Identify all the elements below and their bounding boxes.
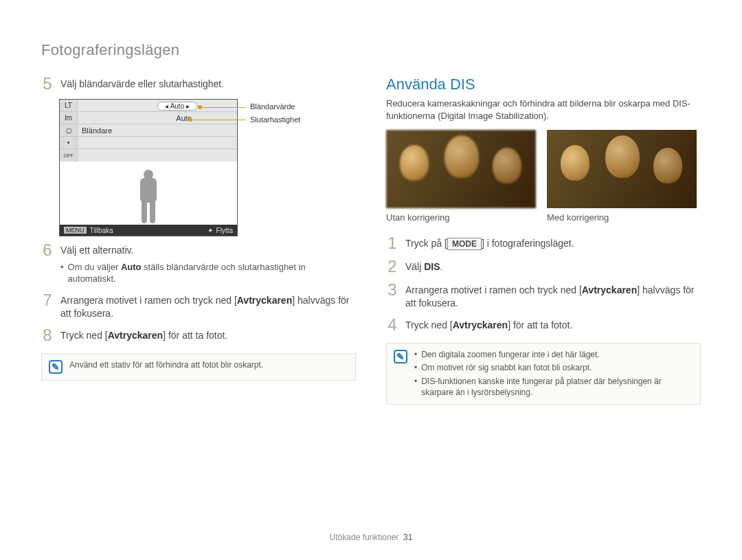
- step-text: Tryck ned [Avtryckaren] för att ta fotot…: [60, 327, 356, 344]
- move-diamond-icon: ✦: [207, 227, 213, 234]
- caption-uncorrected: Utan korrigering: [386, 212, 536, 223]
- pointer-line: [201, 107, 246, 108]
- step-1: 1 Tryck på [MODE] i fotograferingsläget.: [386, 235, 701, 251]
- right-description: Reducera kameraskakningar och förhindra …: [386, 98, 701, 122]
- lcd-shutter-value: Auto: [176, 114, 197, 122]
- tip-box: ✎ •Den digitala zoomen fungerar inte i d…: [386, 343, 701, 405]
- bullet-icon: •: [414, 350, 417, 361]
- silhouette-icon: [135, 170, 162, 225]
- bullet-icon: •: [60, 261, 64, 285]
- step-number: 5: [41, 76, 54, 92]
- step-number: 8: [41, 327, 54, 344]
- lcd-aperture-value: Auto: [170, 102, 185, 110]
- step-subtext: Om du väljer Auto ställs bländarvärde oc…: [68, 261, 356, 285]
- tip-item: DIS-funktionen kanske inte fungerar på p…: [421, 377, 693, 398]
- lcd-mode-icon: LT: [60, 100, 78, 111]
- tip-text: Använd ett stativ för att förhindra att …: [69, 360, 263, 370]
- lcd-spot-icon: •: [60, 137, 78, 148]
- left-column: 5 Välj bländarvärde eller slutarhastighe…: [41, 76, 356, 405]
- step-3: 3 Arrangera motivet i ramen och tryck ne…: [386, 282, 701, 310]
- section-title: Fotograferingslägen: [41, 41, 701, 59]
- lcd-im-icon: Im: [60, 112, 78, 124]
- lcd-aperture-label: Bländare: [78, 126, 237, 135]
- bullet-icon: •: [414, 377, 417, 398]
- lcd-off-icon: OFF: [60, 149, 78, 161]
- step-5: 5 Välj bländarvärde eller slutarhastighe…: [41, 76, 356, 92]
- step-text: Välj bländarvärde eller slutarhastighet.: [60, 76, 356, 92]
- sample-photo-corrected: [547, 130, 697, 208]
- step-text: Arrangera motivet i ramen och tryck ned …: [405, 282, 701, 310]
- right-column: Använda DIS Reducera kameraskakningar oc…: [386, 76, 701, 405]
- step-4: 4 Tryck ned [Avtryckaren] för att ta fot…: [386, 317, 701, 333]
- lcd-move-label: Flytta: [216, 227, 233, 234]
- info-icon: ✎: [394, 350, 407, 363]
- step-text: Arrangera motivet i ramen och tryck ned …: [60, 292, 356, 320]
- step-8: 8 Tryck ned [Avtryckaren] för att ta fot…: [41, 327, 356, 344]
- annotation-shutter: Slutarhastighet: [250, 115, 300, 124]
- step-number: 7: [41, 292, 54, 320]
- step-number: 1: [386, 235, 398, 251]
- tip-item: Den digitala zoomen fungerar inte i det …: [421, 350, 600, 361]
- step-7: 7 Arrangera motivet i ramen och tryck ne…: [41, 292, 356, 320]
- step-text: Välj ett alternativ.: [60, 244, 356, 257]
- pointer-line: [191, 120, 246, 120]
- step-number: 6: [41, 242, 54, 285]
- step-text: Tryck ned [Avtryckaren] för att ta fotot…: [405, 317, 701, 333]
- annotation-aperture: Bländarvärde: [250, 102, 295, 111]
- right-heading: Använda DIS: [386, 76, 701, 93]
- page-footer: Utökade funktioner 31: [0, 533, 742, 542]
- step-2: 2 Välj DIS.: [386, 258, 701, 275]
- info-icon: ✎: [49, 360, 63, 374]
- lcd-menu-tag: MENU: [64, 227, 87, 234]
- mode-key: MODE: [447, 238, 482, 250]
- tip-item: Om motivet rör sig snabbt kan fotot bli …: [421, 363, 592, 374]
- bullet-icon: •: [414, 363, 417, 374]
- sample-photo-uncorrected: [386, 130, 536, 208]
- step-text: Välj DIS.: [405, 258, 701, 275]
- tip-box: ✎ Använd ett stativ för att förhindra at…: [41, 353, 356, 381]
- step-number: 4: [386, 317, 398, 333]
- step-6: 6 Välj ett alternativ. • Om du väljer Au…: [41, 242, 356, 285]
- lcd-back-label: Tillbaka: [90, 227, 113, 234]
- lcd-aperture-icon: ◻: [60, 124, 78, 136]
- step-number: 3: [386, 282, 398, 310]
- caption-corrected: Med korrigering: [547, 212, 697, 223]
- step-text: Tryck på [MODE] i fotograferingsläget.: [405, 235, 701, 251]
- step-number: 2: [386, 258, 398, 275]
